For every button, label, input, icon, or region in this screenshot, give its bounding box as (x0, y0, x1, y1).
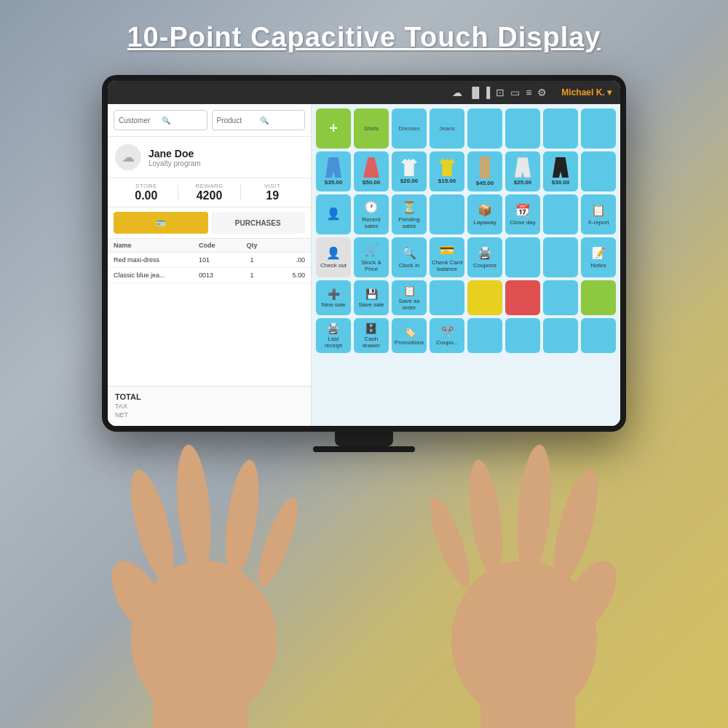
topbar-user[interactable]: Michael K. ▾ (561, 87, 612, 98)
right-hand (408, 437, 641, 728)
monitor-frame: ☁ ▐▌▐ ⊡ ▭ ≡ ⚙ Michael K. ▾ Customer (102, 75, 626, 432)
pos-content: Customer 🔍 Product 🔍 ☁ Jane Doe (108, 104, 620, 426)
price-3: $20.00 (400, 178, 418, 184)
search-row: Customer 🔍 Product 🔍 (108, 104, 311, 137)
save-sale-label: Save sale (358, 301, 384, 308)
coupons-print-icon: 🖨️ (478, 246, 492, 260)
recent-sales-button[interactable]: 🕐 Recent sales (354, 194, 389, 234)
notes-label: Notes (591, 262, 606, 269)
tab-purchases-button[interactable]: PURCHASES (211, 212, 306, 234)
save-order-button[interactable]: 📋 Save as order (392, 280, 427, 315)
checkout-label: Check out (320, 262, 347, 269)
settings-icon[interactable]: ⚙ (537, 87, 547, 98)
save-sale-button[interactable]: 💾 Save sale (354, 280, 389, 315)
category-shirts[interactable]: Shirts (354, 108, 389, 149)
svg-point-10 (513, 443, 556, 577)
empty-tile-18 (581, 318, 616, 353)
action-row-1: 👤 🕐 Recent sales ⏳ Pending sales (316, 194, 616, 234)
add-customer-button[interactable]: 👤 (316, 194, 351, 234)
tax-row: TAX (115, 403, 304, 410)
layaway-icon: 📦 (478, 203, 492, 217)
product-white-pants[interactable]: $25.00 (505, 151, 540, 191)
coupons-icon: ✂️ (441, 326, 454, 338)
bottom-row-2: 🖨️ Last receipt 🗄️ Cash drawer 🏷️ Promot… (316, 318, 616, 353)
notes-button[interactable]: 📝 Notes (581, 237, 616, 277)
empty-tile-6 (430, 194, 464, 234)
new-sale-icon: ➕ (328, 288, 340, 300)
customer-loyalty: Loyalty program (149, 159, 201, 167)
stock-price-icon: 🛒 (364, 243, 379, 257)
product-shirt-yellow[interactable]: $15.00 (430, 151, 464, 191)
check-card-icon: 💳 (440, 243, 454, 257)
stats-row: STORE 0.00 REWARD 4200 VISIT 19 (108, 178, 311, 207)
customer-search-box[interactable]: Customer 🔍 (114, 110, 207, 130)
stat-reward: REWARD 4200 (178, 183, 241, 202)
promotions-icon: 🏷️ (403, 326, 416, 338)
promotions-button[interactable]: 🏷️ Promotions (392, 318, 427, 353)
row2-qty: 1 (241, 272, 262, 279)
col-header-code: Code (199, 242, 241, 249)
last-receipt-button[interactable]: 🖨️ Last receipt (316, 318, 351, 353)
store-label: STORE (115, 183, 178, 189)
row1-price: .00 (263, 256, 305, 264)
stock-price-button[interactable]: 🛒 Stock & Price (354, 237, 389, 277)
pending-sales-button[interactable]: ⏳ Pending sales (392, 194, 427, 234)
svg-point-7 (451, 561, 597, 721)
product-tan[interactable]: $45.00 (467, 151, 502, 191)
empty-tile-11 (467, 280, 502, 315)
dress-pink-icon (363, 157, 379, 178)
coupons-button[interactable]: ✂️ Coupo... (430, 318, 464, 353)
clock-in-button[interactable]: 🔍 Clock in (392, 237, 427, 277)
category-jeans[interactable]: Jeans (430, 108, 464, 149)
empty-tile-13 (543, 280, 578, 315)
svg-point-0 (131, 561, 277, 721)
category-dresses[interactable]: Dresses (392, 108, 427, 149)
empty-tile-4 (581, 108, 616, 149)
right-panel: + Shirts Dresses Jeans (312, 104, 620, 426)
svg-point-1 (100, 552, 175, 641)
left-hand (87, 437, 320, 728)
add-product-button[interactable]: + (316, 108, 351, 149)
monitor-base (313, 446, 415, 452)
recent-sales-icon: 🕐 (364, 200, 379, 214)
pending-sales-icon: ⏳ (402, 200, 416, 214)
row2-price: 5.00 (263, 272, 305, 279)
visit-value: 19 (241, 189, 304, 202)
empty-tile-12 (505, 280, 540, 315)
empty-tile-7 (543, 194, 578, 234)
tab-id-button[interactable]: 🪪 (114, 212, 208, 234)
last-receipt-icon: 🖨️ (327, 323, 339, 334)
new-sale-button[interactable]: ➕ New sale (316, 280, 351, 315)
svg-point-9 (545, 466, 606, 587)
clock-in-icon: 🔍 (402, 246, 416, 260)
cash-drawer-button[interactable]: 🗄️ Cash drawer (354, 318, 389, 353)
shirt-white-icon (401, 159, 417, 176)
x-report-icon: 📋 (591, 203, 606, 217)
product-shirt-white[interactable]: $20.00 (392, 151, 427, 191)
check-card-button[interactable]: 💳 Check Card balance (430, 237, 464, 277)
empty-tile-15 (467, 318, 502, 353)
checkout-button[interactable]: 👤 Check out (316, 237, 351, 277)
product-dress-pink[interactable]: $50.00 (354, 151, 389, 191)
customer-avatar: ☁ (115, 144, 141, 170)
coupons-print-button[interactable]: 🖨️ Coupons (467, 237, 502, 277)
product-jeans-blue[interactable]: $35.00 (316, 151, 351, 191)
row2-code: 0013 (199, 272, 241, 279)
price-5: $45.00 (476, 180, 494, 186)
close-day-icon: 📆 (515, 203, 530, 217)
tan-icon (480, 157, 490, 178)
x-report-button[interactable]: 📋 X-report (581, 194, 616, 234)
svg-point-5 (251, 494, 306, 590)
svg-rect-6 (153, 684, 248, 728)
layaway-label: Layaway (473, 219, 496, 226)
coupons-label: Coupo... (436, 339, 458, 346)
svg-point-11 (464, 458, 509, 577)
layaway-button[interactable]: 📦 Layaway (467, 194, 502, 234)
customer-info: ☁ Jane Doe Loyalty program (108, 137, 311, 178)
close-day-button[interactable]: 📆 Close day (505, 194, 540, 234)
product-search-box[interactable]: Product 🔍 (212, 110, 306, 130)
product-black-pants[interactable]: $30.00 (543, 151, 578, 191)
menu-icon: ≡ (526, 87, 531, 98)
svg-point-8 (552, 552, 627, 641)
white-pants-icon (515, 157, 531, 178)
